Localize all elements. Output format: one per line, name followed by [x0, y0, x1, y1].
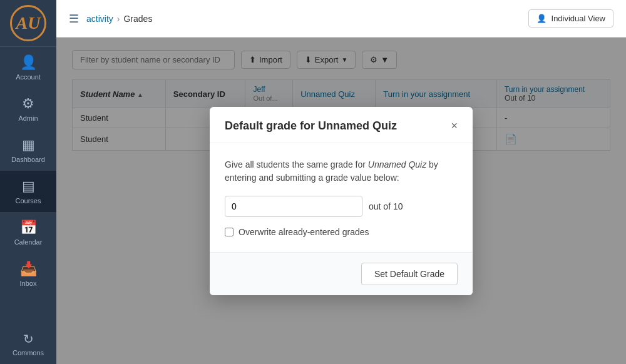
sidebar-item-calendar[interactable]: 📅 Calendar	[0, 212, 56, 253]
sidebar-item-label: Calendar	[14, 238, 43, 246]
hamburger-icon[interactable]: ☰	[69, 12, 79, 26]
breadcrumb: activity › Grades	[86, 14, 152, 24]
default-grade-modal: Default grade for Unnamed Quiz × Give al…	[210, 107, 473, 295]
set-default-grade-button[interactable]: Set Default Grade	[361, 263, 458, 285]
individual-view-label: Individual View	[552, 14, 605, 23]
overwrite-checkbox[interactable]	[225, 228, 233, 236]
modal-header: Default grade for Unnamed Quiz ×	[210, 107, 473, 143]
modal-footer: Set Default Grade	[210, 252, 473, 295]
individual-view-button[interactable]: 👤 Individual View	[528, 9, 613, 28]
modal-body: Give all students the same grade for Unn…	[210, 143, 473, 252]
inbox-icon: 📥	[20, 261, 37, 277]
sidebar-item-label: Admin	[18, 114, 38, 122]
sidebar-item-admin[interactable]: ⚙ Admin	[0, 88, 56, 129]
modal-title: Default grade for Unnamed Quiz	[225, 119, 397, 133]
modal-close-button[interactable]: ×	[451, 120, 458, 131]
logo-icon: AU	[10, 5, 46, 41]
sidebar-item-commons[interactable]: ↻ Commons	[0, 324, 56, 364]
main-content: ☰ activity › Grades 👤 Individual View ⬆ …	[56, 0, 626, 364]
content-area: ⬆ Import ⬇ Export ▼ ⚙ ▼ Student Name ▲ S…	[56, 38, 626, 364]
breadcrumb-current: Grades	[123, 14, 152, 24]
sidebar: AU 👤 Account ⚙ Admin ▦ Dashboard ▤ Cours…	[0, 0, 56, 364]
sidebar-item-courses[interactable]: ▤ Courses	[0, 171, 56, 212]
breadcrumb-separator: ›	[117, 14, 120, 24]
admin-icon: ⚙	[22, 96, 34, 112]
grade-input-row: out of 10	[225, 196, 458, 217]
modal-description: Give all students the same grade for Unn…	[225, 158, 458, 185]
sidebar-logo: AU	[0, 0, 56, 47]
commons-icon: ↻	[23, 331, 34, 346]
modal-desc-italic: Unnamed Quiz	[368, 159, 426, 169]
header: ☰ activity › Grades 👤 Individual View	[56, 0, 626, 38]
sidebar-item-label: Dashboard	[11, 156, 45, 163]
sidebar-item-account[interactable]: 👤 Account	[0, 47, 56, 88]
dashboard-icon: ▦	[22, 137, 35, 153]
sidebar-item-label: Courses	[16, 197, 41, 205]
overwrite-label[interactable]: Overwrite already-entered grades	[239, 227, 369, 237]
grade-input[interactable]	[225, 196, 362, 217]
sidebar-item-label: Commons	[13, 349, 44, 356]
calendar-icon: 📅	[20, 220, 37, 236]
individual-view-icon: 👤	[536, 14, 546, 23]
modal-overlay: Default grade for Unnamed Quiz × Give al…	[56, 38, 626, 364]
sidebar-item-label: Inbox	[20, 280, 37, 287]
modal-desc-prefix: Give all students the same grade for	[225, 159, 368, 169]
account-icon: 👤	[20, 54, 37, 71]
overwrite-checkbox-row: Overwrite already-entered grades	[225, 227, 458, 237]
courses-icon: ▤	[22, 178, 35, 195]
sidebar-item-dashboard[interactable]: ▦ Dashboard	[0, 129, 56, 171]
out-of-label: out of 10	[369, 201, 403, 211]
sidebar-item-inbox[interactable]: 📥 Inbox	[0, 253, 56, 295]
sidebar-item-label: Account	[16, 73, 41, 81]
header-right: 👤 Individual View	[528, 9, 613, 28]
breadcrumb-link[interactable]: activity	[86, 14, 113, 24]
